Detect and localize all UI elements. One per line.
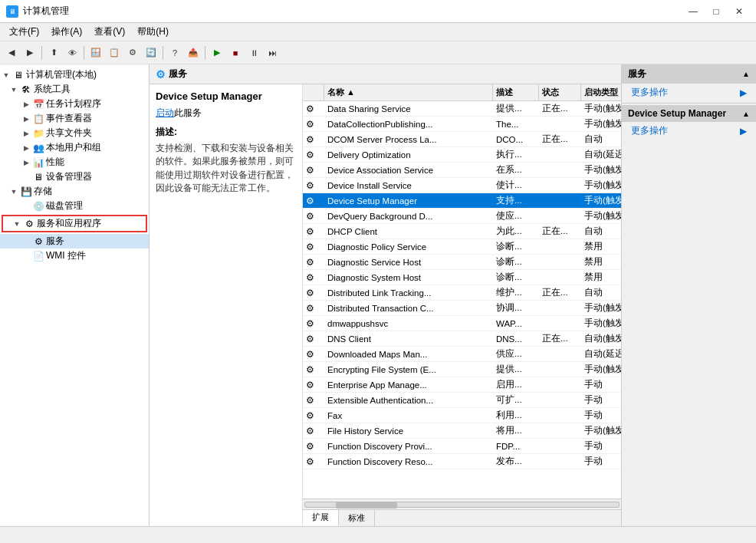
table-row[interactable]: ⚙ Distributed Transaction C... 协调... 手动(… <box>303 301 621 316</box>
row-icon: ⚙ <box>303 117 324 131</box>
table-row[interactable]: ⚙ DCOM Server Process La... DCO... 正在...… <box>303 132 621 147</box>
tab-expand[interactable]: 扩展 <box>303 510 339 526</box>
row-desc: 在系... <box>493 163 539 177</box>
col-status[interactable]: 状态 <box>539 84 581 100</box>
table-row[interactable]: ⚙ dmwappushsvc WAP... 手动(触发... 网 <box>303 316 621 331</box>
system-tools-expand-icon[interactable]: ▼ <box>9 85 18 94</box>
table-row[interactable]: ⚙ Device Setup Manager 支持... 手动(触发... 本 <box>303 193 621 209</box>
table-row[interactable]: ⚙ Distributed Link Tracking... 维护... 正在.… <box>303 285 621 301</box>
close-button[interactable]: ✕ <box>728 3 750 20</box>
svc-apps-expand-icon[interactable]: ▼ <box>12 219 21 229</box>
table-row[interactable]: ⚙ Data Sharing Service 提供... 正在... 手动(触发… <box>303 101 621 117</box>
table-row[interactable]: ⚙ DNS Client DNS... 正在... 自动(触发... 网 <box>303 331 621 347</box>
new-taskpad-button[interactable]: 📋 <box>106 44 123 61</box>
table-row[interactable]: ⚙ DataCollectionPublishing... The... 手动(… <box>303 117 621 132</box>
tree-event-viewer[interactable]: ▶ 📋 事件查看器 <box>0 111 149 126</box>
row-status <box>539 178 581 193</box>
tree-performance[interactable]: ▶ 📊 性能 <box>0 155 149 169</box>
table-row[interactable]: ⚙ Function Discovery Provi... FDP... 手动 … <box>303 439 621 454</box>
shared-expand-icon[interactable]: ▶ <box>21 129 31 138</box>
help-button[interactable]: ? <box>166 44 183 61</box>
table-row[interactable]: ⚙ Diagnostic System Host 诊断... 禁用 本 <box>303 270 621 285</box>
back-button[interactable]: ◀ <box>3 44 20 61</box>
table-row[interactable]: ⚙ File History Service 将用... 手动(触发... 本 <box>303 423 621 439</box>
export-button[interactable]: 📤 <box>185 44 202 61</box>
action-more-ops-2[interactable]: 更多操作 ▶ <box>622 122 756 140</box>
row-status <box>539 393 581 407</box>
row-status <box>539 347 581 361</box>
table-row[interactable]: ⚙ Diagnostic Policy Service 诊断... 禁用 本 <box>303 239 621 255</box>
services-expand-icon[interactable]: ▶ <box>21 237 31 246</box>
menu-help[interactable]: 帮助(H) <box>131 24 175 40</box>
minimize-button[interactable]: — <box>682 3 704 20</box>
table-row[interactable]: ⚙ Diagnostic Service Host 诊断... 禁用 本 <box>303 255 621 270</box>
properties-button[interactable]: ⚙ <box>124 44 141 61</box>
menu-bar: 文件(F) 操作(A) 查看(V) 帮助(H) <box>0 23 756 41</box>
scroll-thumb[interactable] <box>336 502 397 508</box>
restart-button[interactable]: ⏭ <box>264 44 281 61</box>
tree-shared-folders[interactable]: ▶ 📁 共享文件夹 <box>0 126 149 140</box>
table-row[interactable]: ⚙ Downloaded Maps Man... 供应... 自动(延迟... … <box>303 347 621 362</box>
horizontal-scrollbar[interactable] <box>303 499 621 509</box>
computer-icon: 🖥 <box>12 69 25 81</box>
pause-button[interactable]: ⏸ <box>245 44 262 61</box>
table-row[interactable]: ⚙ Fax 利用... 手动 网 <box>303 408 621 423</box>
menu-view[interactable]: 查看(V) <box>88 24 131 40</box>
table-row[interactable]: ⚙ Device Install Service 使计... 手动(触发... … <box>303 178 621 193</box>
table-row[interactable]: ⚙ Enterprise App Manage... 启用... 手动 本 <box>303 377 621 393</box>
local-users-expand-icon[interactable]: ▶ <box>21 143 31 153</box>
performance-expand-icon[interactable]: ▶ <box>21 158 31 167</box>
row-name: Diagnostic System Host <box>324 270 493 285</box>
tab-standard[interactable]: 标准 <box>339 510 375 526</box>
tree-storage[interactable]: ▼ 💾 存储 <box>0 184 149 199</box>
up-button[interactable]: ⬆ <box>45 44 62 61</box>
table-row[interactable]: ⚙ Encrypting File System (E... 提供... 手动(… <box>303 362 621 377</box>
event-expand-icon[interactable]: ▶ <box>21 114 31 123</box>
row-desc: The... <box>493 117 539 131</box>
tree-local-users[interactable]: ▶ 👥 本地用户和组 <box>0 140 149 155</box>
storage-expand-icon[interactable]: ▼ <box>9 187 18 196</box>
row-icon: ⚙ <box>303 178 324 193</box>
row-startup: 手动(触发... <box>581 423 621 438</box>
device-mgr-expand-icon[interactable]: ▶ <box>21 173 31 182</box>
stop-button[interactable]: ■ <box>227 44 244 61</box>
new-window-button[interactable]: 🪟 <box>87 44 104 61</box>
tree-system-tools[interactable]: ▼ 🛠 系统工具 <box>0 82 149 97</box>
show-hide-button[interactable]: 👁 <box>64 44 81 61</box>
col-startup[interactable]: 启动类型 <box>581 84 621 100</box>
forward-button[interactable]: ▶ <box>21 44 38 61</box>
action-more-ops-1[interactable]: 更多操作 ▶ <box>622 84 756 101</box>
tree-device-manager[interactable]: ▶ 🖥 设备管理器 <box>0 169 149 184</box>
title-bar: 🖥 计算机管理 — □ ✕ <box>0 0 756 23</box>
tree-root[interactable]: ▼ 🖥 计算机管理(本地) <box>0 67 149 82</box>
tree-services[interactable]: ▶ ⚙ 服务 <box>0 234 149 248</box>
task-scheduler-expand-icon[interactable]: ▶ <box>21 100 31 109</box>
tree-task-scheduler[interactable]: ▶ 📅 任务计划程序 <box>0 97 149 111</box>
table-row[interactable]: ⚙ Device Association Service 在系... 手动(触发… <box>303 163 621 178</box>
table-row[interactable]: ⚙ DevQuery Background D... 使应... 手动(触发..… <box>303 209 621 224</box>
table-row[interactable]: ⚙ Function Discovery Reso... 发布... 手动 本 <box>303 454 621 469</box>
table-row[interactable]: ⚙ Extensible Authentication... 可扩... 手动 … <box>303 393 621 408</box>
maximize-button[interactable]: □ <box>705 3 727 20</box>
refresh-button[interactable]: 🔄 <box>143 44 159 61</box>
tree-services-apps[interactable]: ▼ ⚙ 服务和应用程序 <box>2 215 147 232</box>
col-icon[interactable] <box>303 84 324 100</box>
tree-disk-mgmt[interactable]: ▶ 💿 磁盘管理 <box>0 199 149 213</box>
table-row[interactable]: ⚙ DHCP Client 为此... 正在... 自动 本 <box>303 224 621 239</box>
row-desc: 可扩... <box>493 393 539 407</box>
tree-wmi[interactable]: ▶ 📄 WMI 控件 <box>0 248 149 263</box>
row-desc: 支持... <box>493 193 539 208</box>
root-expand-icon[interactable]: ▼ <box>2 71 11 80</box>
col-name[interactable]: 名称 ▲ <box>324 84 493 100</box>
row-name: dmwappushsvc <box>324 316 493 331</box>
col-desc[interactable]: 描述 <box>493 84 539 100</box>
menu-action[interactable]: 操作(A) <box>45 24 88 40</box>
detail-start-link[interactable]: 启动 <box>156 107 174 118</box>
play-button[interactable]: ▶ <box>209 44 225 61</box>
service-table[interactable]: 名称 ▲ 描述 状态 启动类型 登^ ⚙ Data Sharing Servic… <box>303 84 621 499</box>
wmi-expand-icon[interactable]: ▶ <box>21 252 31 261</box>
disk-expand-icon[interactable]: ▶ <box>21 202 31 211</box>
scroll-track[interactable] <box>304 502 620 508</box>
table-row[interactable]: ⚙ Delivery Optimization 执行... 自动(延迟... 本 <box>303 147 621 163</box>
menu-file[interactable]: 文件(F) <box>3 24 45 40</box>
